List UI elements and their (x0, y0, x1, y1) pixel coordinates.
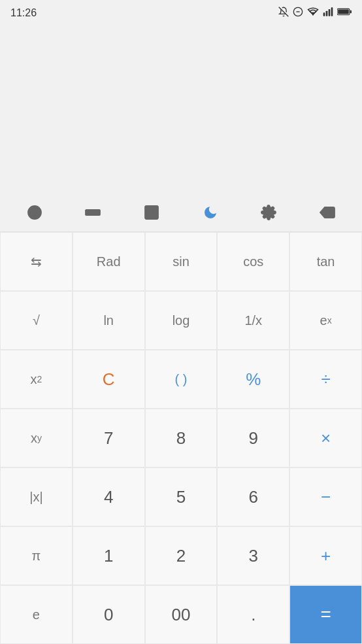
tan-key[interactable]: tan (289, 232, 362, 291)
eight-key[interactable]: 8 (145, 409, 218, 467)
exp-key[interactable]: ex (289, 291, 362, 350)
decimal-key[interactable]: . (217, 585, 289, 644)
euler-key[interactable]: e (0, 585, 73, 644)
add-key[interactable]: + (289, 526, 362, 585)
zero-key[interactable]: 0 (73, 585, 145, 644)
parens-key[interactable]: ( ) (145, 350, 218, 409)
nine-key[interactable]: 9 (217, 409, 289, 467)
two-key[interactable]: 2 (145, 526, 218, 585)
convert-key[interactable]: ⇆ (0, 232, 73, 291)
keypad: ⇆ Rad sin cos tan √ ln log 1/x ex x2 C (… (0, 232, 362, 644)
svg-point-3 (312, 14, 314, 15)
theme-button[interactable] (196, 198, 225, 227)
abs-key[interactable]: |x| (0, 467, 73, 526)
settings-button[interactable] (254, 198, 283, 227)
five-key[interactable]: 5 (145, 467, 218, 526)
battery-icon (337, 7, 352, 19)
square-key[interactable]: x2 (0, 350, 73, 409)
rad-key[interactable]: Rad (73, 232, 145, 291)
subtract-key[interactable]: − (289, 467, 362, 526)
svg-rect-4 (323, 12, 325, 16)
status-bar: 11:26 (0, 0, 362, 26)
status-icons (278, 7, 352, 20)
six-key[interactable]: 6 (217, 467, 289, 526)
toolbar (0, 193, 362, 232)
log-key[interactable]: log (145, 291, 218, 350)
three-key[interactable]: 3 (217, 526, 289, 585)
reciprocal-key[interactable]: 1/x (217, 291, 289, 350)
svg-rect-9 (350, 10, 352, 14)
double-zero-key[interactable]: 00 (145, 585, 218, 644)
display-area (0, 26, 362, 193)
cos-key[interactable]: cos (217, 232, 289, 291)
svg-rect-6 (329, 9, 331, 16)
ln-key[interactable]: ln (73, 291, 145, 350)
svg-line-0 (279, 7, 289, 17)
signal-icon (323, 7, 333, 20)
svg-rect-5 (326, 11, 328, 16)
sqrt-key[interactable]: √ (0, 291, 73, 350)
svg-rect-10 (338, 9, 349, 14)
minus-circle-icon (293, 7, 303, 20)
percent-key[interactable]: % (217, 350, 289, 409)
status-time: 11:26 (10, 7, 37, 19)
backspace-button[interactable] (313, 198, 342, 227)
pi-key[interactable]: π (0, 526, 73, 585)
history-button[interactable] (20, 198, 49, 227)
ruler-button[interactable] (78, 198, 107, 227)
svg-rect-7 (331, 7, 333, 16)
multiply-key[interactable]: × (289, 409, 362, 467)
plusminus-button[interactable] (137, 198, 166, 227)
four-key[interactable]: 4 (73, 467, 145, 526)
bell-slash-icon (278, 7, 289, 20)
seven-key[interactable]: 7 (73, 409, 145, 467)
equals-key[interactable]: = (289, 585, 362, 644)
clear-key[interactable]: C (73, 350, 145, 409)
power-key[interactable]: xy (0, 409, 73, 467)
sin-key[interactable]: sin (145, 232, 218, 291)
one-key[interactable]: 1 (73, 526, 145, 585)
wifi-icon (307, 7, 319, 19)
divide-key[interactable]: ÷ (289, 350, 362, 409)
